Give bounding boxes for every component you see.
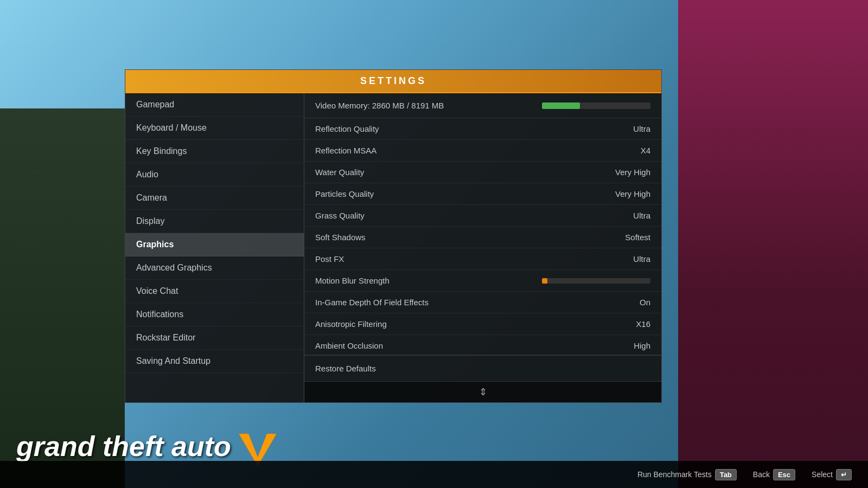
bg-containers-right — [678, 0, 868, 488]
setting-name-label: Motion Blur Strength — [315, 276, 542, 285]
settings-panel-bottom: Restore Defaults — [304, 355, 661, 381]
bottom-hint-back: BackEsc — [753, 469, 795, 480]
video-memory-bar — [542, 102, 650, 109]
setting-value: Ultra — [633, 124, 650, 133]
setting-value: Softest — [625, 233, 650, 242]
video-memory-label: Video Memory: 2860 MB / 8191 MB — [315, 101, 531, 110]
setting-name-label: Reflection MSAA — [315, 146, 641, 155]
setting-value: Ultra — [633, 254, 650, 264]
hint-label: Run Benchmark Tests — [637, 470, 712, 479]
sidebar-item-notifications[interactable]: Notifications — [125, 303, 304, 326]
settings-header: SETTINGS — [125, 70, 661, 93]
setting-value: High — [634, 341, 650, 350]
setting-value: Ultra — [633, 211, 650, 220]
setting-row-reflection-msaa[interactable]: Reflection MSAAX4 — [304, 140, 661, 162]
sidebar-item-display[interactable]: Display — [125, 210, 304, 233]
logo-line2: theft — [103, 431, 164, 462]
setting-name-label: Water Quality — [315, 168, 615, 177]
settings-title: SETTINGS — [360, 75, 426, 86]
settings-panel: SETTINGS GamepadKeyboard / MouseKey Bind… — [125, 69, 662, 403]
sidebar-item-camera[interactable]: Camera — [125, 187, 304, 210]
sidebar-item-key-bindings[interactable]: Key Bindings — [125, 140, 304, 163]
setting-name-label: In-Game Depth Of Field Effects — [315, 298, 640, 307]
setting-name-label: Anisotropic Filtering — [315, 319, 636, 329]
setting-row-particles-quality[interactable]: Particles QualityVery High — [304, 183, 661, 205]
setting-row-water-quality[interactable]: Water QualityVery High — [304, 162, 661, 183]
sidebar-item-keyboard-mouse[interactable]: Keyboard / Mouse — [125, 117, 304, 140]
logo-line1: grand — [16, 431, 94, 462]
setting-name-label: Reflection Quality — [315, 124, 633, 133]
key-badge: ↵ — [836, 469, 852, 480]
scroll-arrows: ⇕ — [479, 386, 487, 398]
sidebar: GamepadKeyboard / MouseKey BindingsAudio… — [125, 93, 304, 402]
sidebar-item-voice-chat[interactable]: Voice Chat — [125, 280, 304, 303]
settings-body: GamepadKeyboard / MouseKey BindingsAudio… — [125, 93, 661, 402]
video-memory-fill — [542, 102, 580, 109]
settings-list: Reflection QualityUltraReflection MSAAX4… — [304, 118, 661, 355]
key-badge: Tab — [715, 469, 737, 480]
svg-marker-1 — [241, 434, 274, 463]
setting-value: Very High — [615, 189, 650, 198]
bottom-bar: Run Benchmark TestsTabBackEscSelect↵ — [0, 461, 868, 488]
setting-value: X4 — [641, 146, 650, 155]
logo-line3: auto — [171, 431, 231, 462]
restore-defaults-button[interactable]: Restore Defaults — [304, 355, 661, 381]
key-badge: Esc — [773, 469, 795, 480]
setting-row-reflection-quality[interactable]: Reflection QualityUltra — [304, 118, 661, 140]
sidebar-item-graphics[interactable]: Graphics — [125, 233, 304, 256]
video-memory-row: Video Memory: 2860 MB / 8191 MB — [304, 93, 661, 118]
content-area: Video Memory: 2860 MB / 8191 MB Reflecti… — [304, 93, 661, 402]
setting-row-anisotropic-filtering[interactable]: Anisotropic FilteringX16 — [304, 313, 661, 335]
sidebar-item-rockstar-editor[interactable]: Rockstar Editor — [125, 326, 304, 350]
setting-row-ambient-occlusion[interactable]: Ambient OcclusionHigh — [304, 335, 661, 355]
setting-bar — [542, 278, 650, 284]
setting-row-soft-shadows[interactable]: Soft ShadowsSoftest — [304, 227, 661, 248]
setting-row-motion-blur-strength[interactable]: Motion Blur Strength — [304, 270, 661, 292]
sidebar-item-advanced-graphics[interactable]: Advanced Graphics — [125, 256, 304, 280]
setting-bar-fill — [542, 278, 547, 284]
setting-row-grass-quality[interactable]: Grass QualityUltra — [304, 205, 661, 227]
bottom-hint-select: Select↵ — [812, 469, 852, 480]
setting-name-label: Grass Quality — [315, 211, 633, 220]
setting-row-in-game-depth-of-field-effects[interactable]: In-Game Depth Of Field EffectsOn — [304, 292, 661, 313]
bottom-hint-run-benchmark-tests: Run Benchmark TestsTab — [637, 469, 737, 480]
setting-value: On — [640, 298, 650, 307]
hint-label: Select — [812, 470, 833, 479]
scroll-indicator: ⇕ — [304, 381, 661, 402]
setting-name-label: Post FX — [315, 254, 633, 264]
hint-label: Back — [753, 470, 770, 479]
setting-name-label: Soft Shadows — [315, 233, 625, 242]
setting-value: Very High — [615, 168, 650, 177]
setting-row-post-fx[interactable]: Post FXUltra — [304, 248, 661, 270]
setting-name-label: Ambient Occlusion — [315, 341, 634, 350]
setting-value: X16 — [636, 319, 650, 329]
sidebar-item-audio[interactable]: Audio — [125, 163, 304, 187]
sidebar-item-saving-and-startup[interactable]: Saving And Startup — [125, 350, 304, 373]
setting-name-label: Particles Quality — [315, 189, 615, 198]
sidebar-item-gamepad[interactable]: Gamepad — [125, 93, 304, 117]
